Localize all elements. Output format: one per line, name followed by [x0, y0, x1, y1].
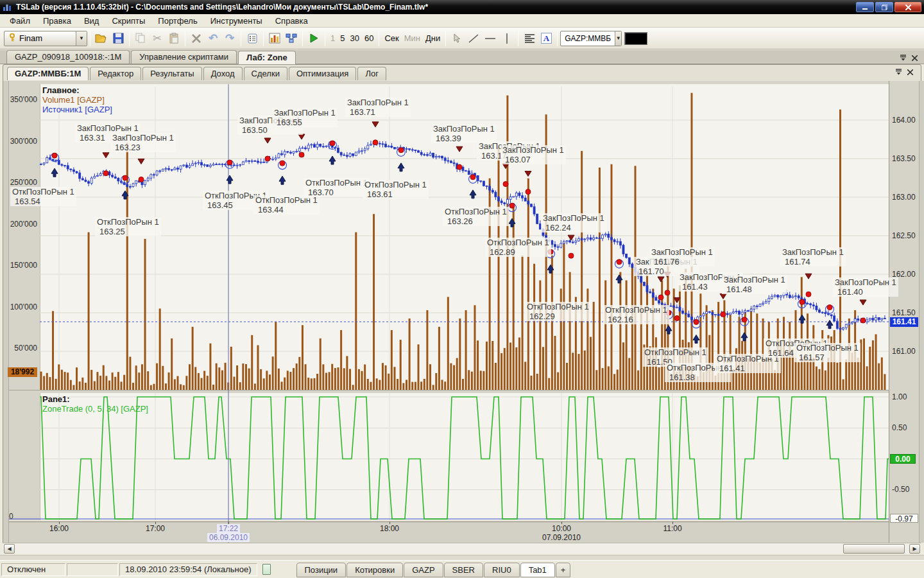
- view-tab-1[interactable]: Редактор: [90, 67, 141, 80]
- doc-tab-1[interactable]: Управление скриптами: [131, 50, 237, 64]
- indicator-icon[interactable]: [521, 30, 538, 47]
- account-label: Finam: [19, 33, 42, 43]
- properties-button[interactable]: [244, 30, 261, 47]
- status-tab-котировки[interactable]: Котировки: [346, 563, 403, 577]
- status-tab-bar: ПозицииКотировкиGAZPSBERRIU0Tab1+: [296, 562, 572, 577]
- maximize-button[interactable]: [875, 2, 893, 12]
- menu-view[interactable]: Вид: [78, 15, 105, 27]
- chart-scrollbar[interactable]: ◀ ▶: [3, 543, 921, 554]
- color-swatch[interactable]: [624, 32, 647, 45]
- connection-indicator-icon: [262, 564, 271, 575]
- interval-1-button[interactable]: 1: [328, 31, 338, 46]
- title-bar: TSLab (версия 1.1.10.45:32bit) - C:\Docu…: [0, 0, 924, 14]
- view-tab-0[interactable]: GAZP:ММВБ:1М: [7, 67, 89, 80]
- text-label-icon[interactable]: A: [538, 30, 554, 47]
- toolbar: Finam ▼ ✂ ↶ ↷ 153060 СекМинДни A: [0, 28, 924, 49]
- add-tab-button[interactable]: +: [556, 563, 571, 577]
- redo-button[interactable]: ↷: [221, 30, 238, 47]
- menu-tools[interactable]: Инструменты: [205, 15, 268, 27]
- pin-panel-icon[interactable]: [900, 55, 907, 62]
- vertical-line-icon[interactable]: [499, 30, 515, 47]
- view-tab-5[interactable]: Оптимизация: [289, 67, 357, 80]
- app-icon: [3, 3, 13, 12]
- lab-panel: GAZP:ММВБ:1МРедакторРезультатыДоходСделк…: [3, 64, 921, 554]
- scroll-left-icon[interactable]: ◀: [4, 544, 15, 554]
- doc-tab-2[interactable]: Лаб: Zone: [238, 51, 296, 64]
- status-splitter[interactable]: [0, 555, 924, 560]
- connection-status: Отключен: [1, 563, 65, 576]
- menu-portfolio[interactable]: Портфель: [152, 15, 203, 27]
- status-tab-tab1[interactable]: Tab1: [520, 563, 555, 577]
- interval-5-button[interactable]: 5: [338, 31, 347, 46]
- instrument-label: GAZP:ММВБ: [561, 34, 615, 43]
- interval-30-button[interactable]: 30: [347, 31, 361, 46]
- status-tab-riu0[interactable]: RIU0: [484, 563, 520, 577]
- status-tab-sber[interactable]: SBER: [444, 563, 483, 577]
- status-cell-empty: [67, 563, 118, 576]
- horizontal-line-icon[interactable]: [482, 30, 499, 47]
- status-tab-позиции[interactable]: Позиции: [296, 563, 346, 577]
- unit-button[interactable]: Сек: [382, 31, 401, 46]
- instrument-combo[interactable]: GAZP:ММВБ ▼: [560, 31, 622, 46]
- view-tab-bar: GAZP:ММВБ:1МРедакторРезультатыДоходСделк…: [7, 67, 388, 80]
- doc-tab-0[interactable]: GAZP_090918_100918:-:1M: [6, 50, 130, 64]
- close-view-icon[interactable]: [907, 69, 913, 76]
- scrollbar-thumb[interactable]: [843, 544, 905, 554]
- status-bar: Отключен 18.09.2010 23:59:54 (Локальное)…: [0, 560, 924, 578]
- menu-help[interactable]: Справка: [270, 15, 314, 27]
- view-tab-4[interactable]: Сделки: [244, 67, 287, 80]
- delete-button[interactable]: [188, 30, 205, 47]
- pointer-icon[interactable]: [449, 30, 465, 47]
- minimize-button[interactable]: [856, 2, 874, 12]
- menu-edit[interactable]: Правка: [37, 15, 77, 27]
- tslab-window: TSLab (версия 1.1.10.45:32bit) - C:\Docu…: [0, 0, 924, 578]
- document-tab-bar: GAZP_090918_100918:-:1MУправление скрипт…: [0, 50, 924, 64]
- run-icon[interactable]: [305, 30, 322, 47]
- copy-button[interactable]: [132, 30, 149, 47]
- account-combo-arrow[interactable]: ▼: [76, 31, 87, 46]
- menu-scripts[interactable]: Скрипты: [106, 15, 151, 27]
- unit-button[interactable]: Дни: [423, 31, 443, 46]
- trend-line-icon[interactable]: [465, 30, 482, 47]
- pin-view-icon[interactable]: [895, 69, 902, 76]
- menu-bar: ФайлПравкаВидСкриптыПортфельИнструментыС…: [0, 14, 924, 28]
- cut-button[interactable]: ✂: [149, 30, 166, 47]
- close-button[interactable]: [894, 2, 921, 12]
- status-tab-gazp[interactable]: GAZP: [404, 563, 443, 577]
- paste-button[interactable]: [166, 30, 182, 47]
- new-script-button[interactable]: [283, 30, 300, 47]
- view-tab-2[interactable]: Результаты: [142, 67, 201, 80]
- close-document-icon[interactable]: [912, 55, 918, 62]
- new-chart-button[interactable]: [266, 30, 283, 47]
- unit-button[interactable]: Мин: [402, 31, 423, 46]
- interval-60-button[interactable]: 60: [362, 31, 376, 46]
- account-combo[interactable]: Finam ▼: [4, 31, 87, 46]
- key-icon: [8, 33, 16, 44]
- status-clock: 18.09.2010 23:59:54 (Локальное): [119, 563, 257, 576]
- menu-file[interactable]: Файл: [4, 15, 36, 27]
- open-file-button[interactable]: [93, 30, 110, 47]
- instrument-combo-arrow[interactable]: ▼: [615, 31, 621, 46]
- window-title: TSLab (версия 1.1.10.45:32bit) - C:\Docu…: [16, 3, 428, 12]
- scroll-right-icon[interactable]: ▶: [909, 544, 920, 554]
- undo-button[interactable]: ↶: [205, 30, 221, 47]
- view-tab-3[interactable]: Доход: [203, 67, 243, 80]
- save-button[interactable]: [110, 30, 126, 47]
- view-tab-6[interactable]: Лог: [357, 67, 386, 80]
- svg-text:A: A: [543, 33, 550, 43]
